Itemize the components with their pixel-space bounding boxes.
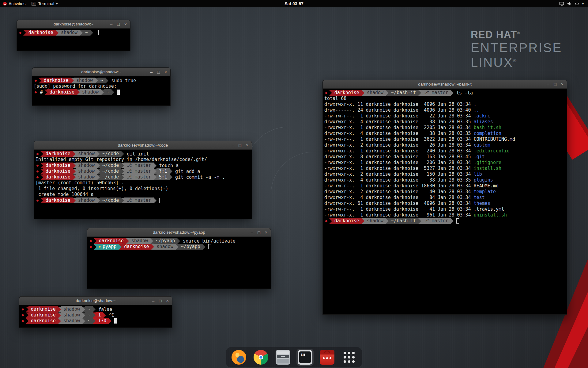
maximize-button[interactable]: □: [159, 299, 161, 303]
powerline-arrow-icon: [26, 307, 28, 312]
dock: $: [226, 347, 362, 367]
powerline-arrow-icon: [82, 307, 85, 312]
prompt-segment-user: darknoise: [47, 89, 77, 95]
close-button[interactable]: ×: [164, 70, 167, 74]
close-button[interactable]: ×: [246, 143, 248, 148]
powerline-arrow-icon: [26, 312, 28, 318]
system-status-area[interactable]: ▾: [557, 0, 586, 7]
powerline-arrow-icon: [329, 90, 332, 96]
dock-item-terminal[interactable]: $: [296, 349, 314, 366]
powerline-arrow-icon: [73, 174, 76, 180]
powerline-arrow-icon: [170, 169, 172, 174]
prompt-segment-git: ⎇ master: [124, 197, 154, 203]
terminal-cursor: [114, 318, 117, 324]
ls-row: -rw-rw-r--. 1 darknoise darknoise 22 Jan…: [324, 113, 565, 119]
minimize-button[interactable]: –: [150, 70, 153, 74]
maximize-button[interactable]: □: [554, 82, 556, 86]
brand-name: RED HAT®: [471, 29, 562, 40]
brand-product-line1: ENTERPRISE: [471, 41, 562, 54]
powerline-arrow-icon: [451, 90, 454, 96]
terminal-content[interactable]: ●darknoiseshadow~sudo true[sudo] passwor…: [32, 76, 170, 105]
powerline-arrow-icon: [154, 163, 156, 168]
prompt-segment-venvicon: ●: [96, 244, 101, 250]
powerline-arrow-icon: [97, 198, 100, 203]
powerline-arrow-icon: [26, 318, 28, 324]
dock-item-chrome[interactable]: [252, 349, 270, 366]
powerline-arrow-icon: [93, 307, 96, 312]
terminal-content[interactable]: ●darknoiseshadow~/pyappsource bin/activa…: [87, 237, 271, 289]
powerline-arrow-icon: [58, 318, 61, 324]
powerline-arrow-icon: [150, 238, 153, 244]
app-menu-label: Terminal: [38, 1, 54, 6]
powerline-arrow-icon: [73, 198, 76, 203]
file-name: .git: [474, 154, 485, 159]
window-titlebar[interactable]: darknoise@shadow:~/code–□×: [34, 141, 252, 150]
powerline-arrow-icon: [71, 78, 74, 83]
dock-item-firefox[interactable]: [230, 349, 247, 366]
powerline-arrow-icon: [119, 244, 122, 250]
app-grid-icon: [342, 350, 356, 365]
minimize-button[interactable]: –: [232, 143, 234, 148]
window-titlebar[interactable]: darknoise@shadow:~–□×: [19, 297, 172, 305]
command-text: touch a: [156, 163, 179, 168]
prompt-segment-path: ~/code: [100, 163, 121, 168]
terminal-cursor: [208, 244, 211, 249]
powerline-arrow-icon: [40, 163, 43, 168]
maximize-button[interactable]: □: [258, 230, 260, 235]
file-name: lib: [474, 171, 482, 177]
dock-item-app-grid[interactable]: [341, 349, 358, 366]
maximize-button[interactable]: □: [157, 70, 160, 74]
maximize-button[interactable]: □: [239, 143, 241, 148]
prompt-segment-host: shadow: [58, 30, 80, 36]
prompt-segment-path: ~/code: [100, 197, 121, 203]
terminal-prompt-line: ●darknoiseshadow~: [18, 30, 129, 36]
terminal-content[interactable]: ●darknoiseshadow~: [17, 29, 130, 51]
activities-button[interactable]: Activities: [0, 0, 28, 7]
terminal-output-line: create mode 100644 a: [36, 192, 250, 197]
chevron-down-icon: ▾: [582, 2, 584, 6]
close-button[interactable]: ×: [124, 22, 127, 26]
powerline-arrow-icon: [121, 198, 124, 203]
powerline-arrow-icon: [177, 238, 180, 244]
close-button[interactable]: ×: [561, 82, 564, 86]
app-menu[interactable]: $ Terminal ▾: [28, 0, 61, 7]
terminal-content[interactable]: ●darknoiseshadow~/codegit initInitialize…: [34, 150, 252, 219]
window-titlebar[interactable]: darknoise@shadow:~/pyapp–□×: [87, 228, 271, 237]
window-titlebar[interactable]: darknoise@shadow:~–□×: [32, 68, 170, 76]
dock-item-files[interactable]: [274, 349, 292, 366]
powerline-arrow-icon: [44, 90, 47, 95]
ls-row: drwxrwxr-x. 4 darknoise darknoise 38 Jan…: [324, 131, 565, 136]
window-title: darknoise@shadow:~/code: [34, 141, 252, 149]
prompt-segment-os: ●: [36, 174, 40, 180]
powerline-arrow-icon: [80, 30, 83, 36]
terminal-app-icon: $: [32, 2, 36, 6]
command-text: sudo true: [108, 78, 136, 83]
terminal-content[interactable]: ●darknoiseshadow~false●darknoiseshadow~1…: [19, 305, 172, 328]
powerline-arrow-icon: [39, 78, 41, 83]
terminal-content[interactable]: ●darknoiseshadow~/bash-it⎇ masterls -lat…: [323, 89, 567, 314]
terminal-window-bashit: darknoise@shadow:~/bash-it–□×●darknoises…: [322, 80, 567, 315]
prompt-segment-git: ⎇ master: [124, 163, 154, 168]
close-button[interactable]: ×: [166, 299, 169, 303]
file-name: plugins: [474, 177, 493, 183]
prompt-segment-path: ~: [85, 312, 93, 318]
minimize-button[interactable]: –: [547, 82, 549, 86]
minimize-button[interactable]: –: [152, 299, 155, 303]
powerline-arrow-icon: [97, 169, 100, 174]
ls-row: -rwxrwxr-x. 1 darknoise darknoise 2205 J…: [324, 125, 565, 131]
brand-product-line2: LINUX®: [471, 56, 562, 69]
minimize-button[interactable]: –: [110, 22, 113, 26]
prompt-segment-os: ●: [89, 238, 94, 244]
window-titlebar[interactable]: darknoise@shadow:~/bash-it–□×: [323, 80, 567, 89]
dock-item-toolbox[interactable]: [318, 349, 336, 366]
prompt-segment-user: darknoise: [43, 168, 73, 174]
maximize-button[interactable]: □: [117, 22, 119, 26]
powerline-arrow-icon: [121, 151, 124, 157]
close-button[interactable]: ×: [265, 230, 267, 235]
window-titlebar[interactable]: darknoise@shadow:~–□×: [17, 20, 130, 29]
prompt-segment-path: ~/code: [100, 151, 121, 157]
minimize-button[interactable]: –: [251, 230, 253, 235]
clock[interactable]: Sat 03:57: [285, 1, 303, 6]
prompt-segment-path: ~/code: [100, 174, 121, 180]
prompt-segment-os: ●: [21, 306, 26, 312]
